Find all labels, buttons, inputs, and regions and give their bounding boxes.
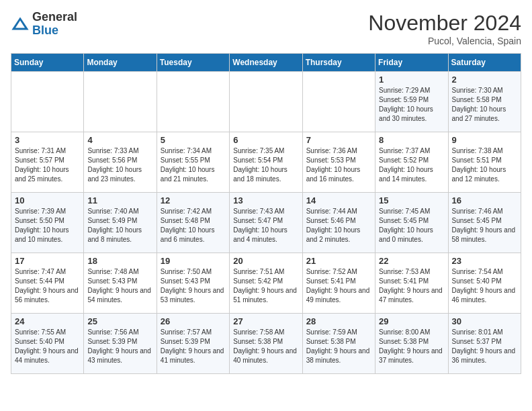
logo-blue: Blue — [32, 24, 58, 37]
calendar-cell: 20Sunrise: 7:51 AM Sunset: 5:42 PM Dayli… — [230, 253, 302, 314]
day-header-monday: Monday — [84, 54, 157, 72]
day-info: Sunrise: 7:31 AM Sunset: 5:57 PM Dayligh… — [15, 146, 80, 184]
day-header-wednesday: Wednesday — [230, 54, 302, 72]
day-info: Sunrise: 8:00 AM Sunset: 5:38 PM Dayligh… — [379, 328, 444, 365]
day-header-saturday: Saturday — [448, 54, 521, 72]
day-number: 2 — [452, 75, 517, 85]
calendar-cell: 2Sunrise: 7:30 AM Sunset: 5:58 PM Daylig… — [448, 72, 521, 132]
day-info: Sunrise: 7:59 AM Sunset: 5:38 PM Dayligh… — [306, 328, 371, 365]
day-number: 20 — [233, 256, 298, 266]
calendar-week-row: 24Sunrise: 7:55 AM Sunset: 5:40 PM Dayli… — [11, 314, 521, 374]
calendar-cell: 15Sunrise: 7:45 AM Sunset: 5:45 PM Dayli… — [375, 193, 448, 253]
day-number: 13 — [233, 195, 298, 205]
day-info: Sunrise: 7:51 AM Sunset: 5:42 PM Dayligh… — [233, 267, 298, 305]
day-number: 12 — [161, 195, 226, 205]
calendar-week-row: 17Sunrise: 7:47 AM Sunset: 5:44 PM Dayli… — [11, 253, 521, 314]
day-number: 30 — [452, 316, 517, 326]
day-info: Sunrise: 7:33 AM Sunset: 5:56 PM Dayligh… — [87, 146, 152, 184]
day-number: 4 — [87, 135, 152, 145]
calendar-cell: 7Sunrise: 7:36 AM Sunset: 5:53 PM Daylig… — [302, 132, 375, 193]
calendar-cell: 10Sunrise: 7:39 AM Sunset: 5:50 PM Dayli… — [11, 193, 84, 253]
day-number: 9 — [452, 135, 517, 145]
calendar-cell: 9Sunrise: 7:38 AM Sunset: 5:51 PM Daylig… — [448, 132, 521, 193]
calendar-cell: 3Sunrise: 7:31 AM Sunset: 5:57 PM Daylig… — [11, 132, 84, 193]
calendar-cell: 25Sunrise: 7:56 AM Sunset: 5:39 PM Dayli… — [84, 314, 157, 374]
day-info: Sunrise: 7:34 AM Sunset: 5:55 PM Dayligh… — [161, 146, 226, 184]
calendar-cell: 23Sunrise: 7:54 AM Sunset: 5:40 PM Dayli… — [448, 253, 521, 314]
day-info: Sunrise: 7:42 AM Sunset: 5:48 PM Dayligh… — [161, 207, 226, 244]
day-info: Sunrise: 8:01 AM Sunset: 5:37 PM Dayligh… — [452, 328, 517, 365]
day-number: 3 — [15, 135, 80, 145]
calendar-week-row: 1Sunrise: 7:29 AM Sunset: 5:59 PM Daylig… — [11, 72, 521, 132]
day-info: Sunrise: 7:56 AM Sunset: 5:39 PM Dayligh… — [87, 328, 152, 365]
calendar-cell: 4Sunrise: 7:33 AM Sunset: 5:56 PM Daylig… — [84, 132, 157, 193]
day-number: 24 — [15, 316, 80, 326]
day-info: Sunrise: 7:40 AM Sunset: 5:49 PM Dayligh… — [87, 207, 152, 244]
day-info: Sunrise: 7:43 AM Sunset: 5:47 PM Dayligh… — [233, 207, 298, 244]
calendar-cell: 13Sunrise: 7:43 AM Sunset: 5:47 PM Dayli… — [230, 193, 302, 253]
day-info: Sunrise: 7:57 AM Sunset: 5:39 PM Dayligh… — [161, 328, 226, 365]
calendar-header-row: SundayMondayTuesdayWednesdayThursdayFrid… — [11, 54, 521, 72]
day-info: Sunrise: 7:37 AM Sunset: 5:52 PM Dayligh… — [379, 146, 444, 184]
day-number: 16 — [452, 195, 517, 205]
day-info: Sunrise: 7:36 AM Sunset: 5:53 PM Dayligh… — [306, 146, 371, 184]
calendar-cell — [302, 72, 375, 132]
day-info: Sunrise: 7:46 AM Sunset: 5:45 PM Dayligh… — [452, 207, 517, 244]
day-number: 22 — [379, 256, 444, 266]
day-header-tuesday: Tuesday — [157, 54, 229, 72]
day-info: Sunrise: 7:45 AM Sunset: 5:45 PM Dayligh… — [379, 207, 444, 244]
calendar-cell: 8Sunrise: 7:37 AM Sunset: 5:52 PM Daylig… — [375, 132, 448, 193]
day-number: 26 — [161, 316, 226, 326]
day-number: 7 — [306, 135, 371, 145]
day-info: Sunrise: 7:29 AM Sunset: 5:59 PM Dayligh… — [379, 86, 444, 124]
day-header-friday: Friday — [375, 54, 448, 72]
calendar-cell — [230, 72, 302, 132]
day-number: 10 — [15, 195, 80, 205]
day-number: 28 — [306, 316, 371, 326]
day-info: Sunrise: 7:39 AM Sunset: 5:50 PM Dayligh… — [15, 207, 80, 244]
calendar-cell: 11Sunrise: 7:40 AM Sunset: 5:49 PM Dayli… — [84, 193, 157, 253]
calendar-table: SundayMondayTuesdayWednesdayThursdayFrid… — [11, 53, 521, 374]
logo-text: General Blue — [32, 11, 77, 38]
calendar-cell: 29Sunrise: 8:00 AM Sunset: 5:38 PM Dayli… — [375, 314, 448, 374]
calendar-cell: 19Sunrise: 7:50 AM Sunset: 5:43 PM Dayli… — [157, 253, 229, 314]
day-info: Sunrise: 7:55 AM Sunset: 5:40 PM Dayligh… — [15, 328, 80, 365]
calendar-cell: 12Sunrise: 7:42 AM Sunset: 5:48 PM Dayli… — [157, 193, 229, 253]
calendar-cell: 17Sunrise: 7:47 AM Sunset: 5:44 PM Dayli… — [11, 253, 84, 314]
day-number: 17 — [15, 256, 80, 266]
day-number: 15 — [379, 195, 444, 205]
day-info: Sunrise: 7:47 AM Sunset: 5:44 PM Dayligh… — [15, 267, 80, 305]
day-number: 27 — [233, 316, 298, 326]
day-header-sunday: Sunday — [11, 54, 84, 72]
calendar-cell: 22Sunrise: 7:53 AM Sunset: 5:41 PM Dayli… — [375, 253, 448, 314]
calendar-cell: 5Sunrise: 7:34 AM Sunset: 5:55 PM Daylig… — [157, 132, 229, 193]
logo-icon — [11, 15, 30, 34]
calendar-cell: 16Sunrise: 7:46 AM Sunset: 5:45 PM Dayli… — [448, 193, 521, 253]
day-info: Sunrise: 7:44 AM Sunset: 5:46 PM Dayligh… — [306, 207, 371, 244]
day-number: 11 — [87, 195, 152, 205]
calendar-cell: 21Sunrise: 7:52 AM Sunset: 5:41 PM Dayli… — [302, 253, 375, 314]
logo: General Blue — [11, 11, 77, 38]
day-number: 25 — [87, 316, 152, 326]
calendar-week-row: 3Sunrise: 7:31 AM Sunset: 5:57 PM Daylig… — [11, 132, 521, 193]
day-number: 19 — [161, 256, 226, 266]
day-number: 23 — [452, 256, 517, 266]
page-header: General Blue November 2024 Pucol, Valenc… — [11, 11, 521, 46]
day-info: Sunrise: 7:54 AM Sunset: 5:40 PM Dayligh… — [452, 267, 517, 305]
day-number: 29 — [379, 316, 444, 326]
calendar-cell: 26Sunrise: 7:57 AM Sunset: 5:39 PM Dayli… — [157, 314, 229, 374]
day-number: 21 — [306, 256, 371, 266]
calendar-week-row: 10Sunrise: 7:39 AM Sunset: 5:50 PM Dayli… — [11, 193, 521, 253]
logo-general: General — [32, 10, 77, 24]
calendar-cell: 30Sunrise: 8:01 AM Sunset: 5:37 PM Dayli… — [448, 314, 521, 374]
day-info: Sunrise: 7:58 AM Sunset: 5:38 PM Dayligh… — [233, 328, 298, 365]
day-info: Sunrise: 7:53 AM Sunset: 5:41 PM Dayligh… — [379, 267, 444, 305]
location-subtitle: Pucol, Valencia, Spain — [368, 36, 521, 46]
calendar-cell — [84, 72, 157, 132]
month-title: November 2024 — [368, 11, 521, 36]
day-number: 18 — [87, 256, 152, 266]
day-number: 8 — [379, 135, 444, 145]
calendar-cell: 6Sunrise: 7:35 AM Sunset: 5:54 PM Daylig… — [230, 132, 302, 193]
day-number: 14 — [306, 195, 371, 205]
day-info: Sunrise: 7:48 AM Sunset: 5:43 PM Dayligh… — [87, 267, 152, 305]
